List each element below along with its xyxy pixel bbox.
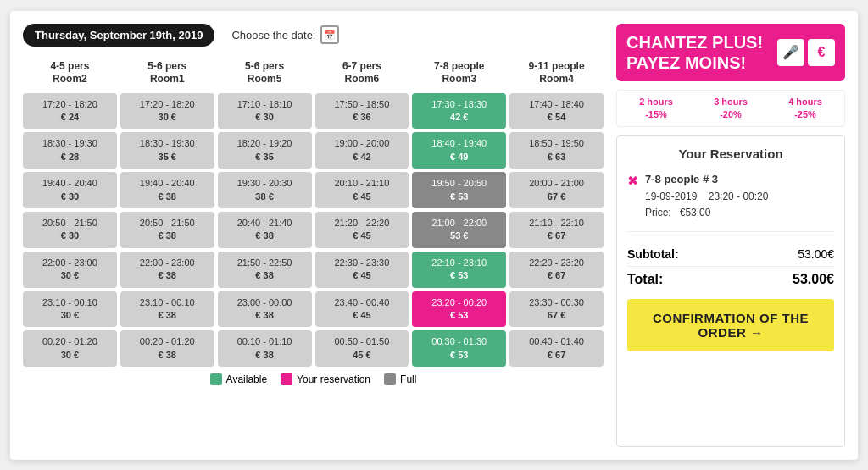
discount-item-2: 4 hours-25% <box>770 96 841 122</box>
slot-row4-col0[interactable]: 22:00 - 23:0030 € <box>23 252 117 288</box>
promo-banner: CHANTEZ PLUS! PAYEZ MOINS! 🎤 € <box>616 24 845 81</box>
legend-label-2: Full <box>400 373 416 385</box>
slot-row1-col4[interactable]: 18:40 - 19:40€ 49 <box>412 132 506 169</box>
legend-color-2 <box>384 373 396 385</box>
col-header-5: 9-11 peopleRoom4 <box>509 57 604 90</box>
date-badge: Thursday, September 19th, 2019 <box>23 24 214 47</box>
promo-text: CHANTEZ PLUS! PAYEZ MOINS! <box>626 32 771 73</box>
subtotal-label: Subtotal: <box>627 247 679 261</box>
slot-row3-col5[interactable]: 21:10 - 22:10€ 67 <box>509 212 604 248</box>
slot-row6-col2[interactable]: 00:10 - 01:10€ 38 <box>218 330 312 367</box>
legend-color-1 <box>281 373 292 385</box>
reservation-datetime: 19-09-2019 23:20 - 00:20 <box>645 189 768 205</box>
slot-row1-col2[interactable]: 18:20 - 19:20€ 35 <box>218 132 312 169</box>
slot-row5-col1[interactable]: 23:10 - 00:10€ 38 <box>120 291 214 328</box>
slot-row3-col2[interactable]: 20:40 - 21:40€ 38 <box>218 212 312 248</box>
subtotal-amount: 53.00€ <box>798 247 834 261</box>
reservation-price-line: Price: €53,00 <box>645 205 768 221</box>
slot-row6-col0[interactable]: 00:20 - 01:2030 € <box>23 330 117 367</box>
slot-row2-col2[interactable]: 19:30 - 20:3038 € <box>218 172 312 208</box>
slot-row1-col5[interactable]: 18:50 - 19:50€ 63 <box>509 132 604 169</box>
slot-row5-col0[interactable]: 23:10 - 00:1030 € <box>23 291 117 328</box>
total-label: Total: <box>627 272 663 287</box>
top-bar: Thursday, September 19th, 2019 Choose th… <box>23 24 604 47</box>
legend-color-0 <box>210 373 222 385</box>
promo-icons: 🎤 € <box>777 39 835 66</box>
slot-row6-col3[interactable]: 00:50 - 01:5045 € <box>315 330 409 367</box>
slot-row6-col1[interactable]: 00:20 - 01:20€ 38 <box>120 330 214 367</box>
col-header-2: 5-6 persRoom5 <box>218 57 312 90</box>
slot-row6-col5[interactable]: 00:40 - 01:40€ 67 <box>509 330 604 367</box>
legend: AvailableYour reservationFull <box>23 373 604 385</box>
legend-item-0: Available <box>210 373 267 385</box>
slot-row6-col4[interactable]: 00:30 - 01:30€ 53 <box>412 330 506 367</box>
reservation-details: 7-8 people # 3 19-09-2019 23:20 - 00:20 … <box>645 171 768 221</box>
remove-button[interactable]: ✖ <box>627 173 638 189</box>
choose-date-label: Choose the date: <box>231 29 315 41</box>
slot-row0-col1[interactable]: 17:20 - 18:2030 € <box>120 93 214 130</box>
grid-body: 17:20 - 18:20€ 2417:20 - 18:2030 €17:10 … <box>23 93 604 367</box>
legend-item-1: Your reservation <box>281 373 370 385</box>
grid-header: 4-5 persRoom25-6 persRoom15-6 persRoom56… <box>23 57 604 90</box>
discount-item-0: 2 hours-15% <box>620 96 692 122</box>
discount-row: 2 hours-15%3 hours-20%4 hours-25% <box>616 90 845 128</box>
slot-row3-col3[interactable]: 21:20 - 22:20€ 45 <box>315 212 409 248</box>
subtotal-row: Subtotal: 53.00€ <box>627 242 834 267</box>
col-header-3: 6-7 persRoom6 <box>315 57 409 90</box>
total-amount: 53.00€ <box>793 272 834 287</box>
legend-item-2: Full <box>384 373 416 385</box>
calendar-icon[interactable]: 📅 <box>320 25 339 44</box>
right-panel: CHANTEZ PLUS! PAYEZ MOINS! 🎤 € 2 hours-1… <box>616 24 845 447</box>
legend-label-1: Your reservation <box>297 373 370 385</box>
slot-row4-col5[interactable]: 22:20 - 23:20€ 67 <box>509 252 604 288</box>
slot-row0-col2[interactable]: 17:10 - 18:10€ 30 <box>218 93 312 130</box>
slot-row2-col1[interactable]: 19:40 - 20:40€ 38 <box>120 172 214 208</box>
slot-row0-col4[interactable]: 17:30 - 18:3042 € <box>412 93 506 130</box>
slot-row5-col3[interactable]: 23:40 - 00:40€ 45 <box>315 291 409 328</box>
slot-row1-col0[interactable]: 18:30 - 19:30€ 28 <box>23 132 117 169</box>
slot-row3-col0[interactable]: 20:50 - 21:50€ 30 <box>23 212 117 248</box>
col-header-4: 7-8 peopleRoom3 <box>412 57 506 90</box>
slot-row2-col4: 19:50 - 20:50€ 53 <box>412 172 506 208</box>
promo-mic-icon: 🎤 <box>777 39 804 66</box>
reservation-title: Your Reservation <box>627 147 834 161</box>
time-grid: 4-5 persRoom25-6 persRoom15-6 persRoom56… <box>23 57 604 368</box>
slot-row5-col4[interactable]: 23:20 - 00:20€ 53 <box>412 291 506 328</box>
choose-date-area: Choose the date: 📅 <box>231 25 339 44</box>
slot-row4-col2[interactable]: 21:50 - 22:50€ 38 <box>218 252 312 288</box>
slot-row5-col5[interactable]: 23:30 - 00:3067 € <box>509 291 604 328</box>
main-container: Thursday, September 19th, 2019 Choose th… <box>10 11 858 460</box>
reservation-room: 7-8 people # 3 <box>645 171 768 189</box>
slot-row2-col5[interactable]: 20:00 - 21:0067 € <box>509 172 604 208</box>
reservation-item: ✖ 7-8 people # 3 19-09-2019 23:20 - 00:2… <box>627 171 834 232</box>
discount-item-1: 3 hours-20% <box>695 96 766 122</box>
slot-row1-col3[interactable]: 19:00 - 20:00€ 42 <box>315 132 409 169</box>
confirm-button[interactable]: CONFIRMATION OF THE ORDER → <box>627 299 834 351</box>
slot-row1-col1[interactable]: 18:30 - 19:3035 € <box>120 132 214 169</box>
reservation-box: Your Reservation ✖ 7-8 people # 3 19-09-… <box>616 135 845 446</box>
slot-row4-col1[interactable]: 22:00 - 23:00€ 38 <box>120 252 214 288</box>
slot-row5-col2[interactable]: 23:00 - 00:00€ 38 <box>218 291 312 328</box>
slot-row0-col5[interactable]: 17:40 - 18:40€ 54 <box>509 93 604 130</box>
col-header-1: 5-6 persRoom1 <box>120 57 214 90</box>
left-panel: Thursday, September 19th, 2019 Choose th… <box>23 24 604 447</box>
slot-row4-col4[interactable]: 22:10 - 23:10€ 53 <box>412 252 506 288</box>
slot-row0-col0[interactable]: 17:20 - 18:20€ 24 <box>23 93 117 130</box>
slot-row4-col3[interactable]: 22:30 - 23:30€ 45 <box>315 252 409 288</box>
promo-euro-icon: € <box>808 39 835 66</box>
slot-row2-col3[interactable]: 20:10 - 21:10€ 45 <box>315 172 409 208</box>
slot-row0-col3[interactable]: 17:50 - 18:50€ 36 <box>315 93 409 130</box>
legend-label-0: Available <box>226 373 267 385</box>
slot-row2-col0[interactable]: 19:40 - 20:40€ 30 <box>23 172 117 208</box>
col-header-0: 4-5 persRoom2 <box>23 57 117 90</box>
total-row: Total: 53.00€ <box>627 267 834 292</box>
slot-row3-col4: 21:00 - 22:0053 € <box>412 212 506 248</box>
slot-row3-col1[interactable]: 20:50 - 21:50€ 38 <box>120 212 214 248</box>
